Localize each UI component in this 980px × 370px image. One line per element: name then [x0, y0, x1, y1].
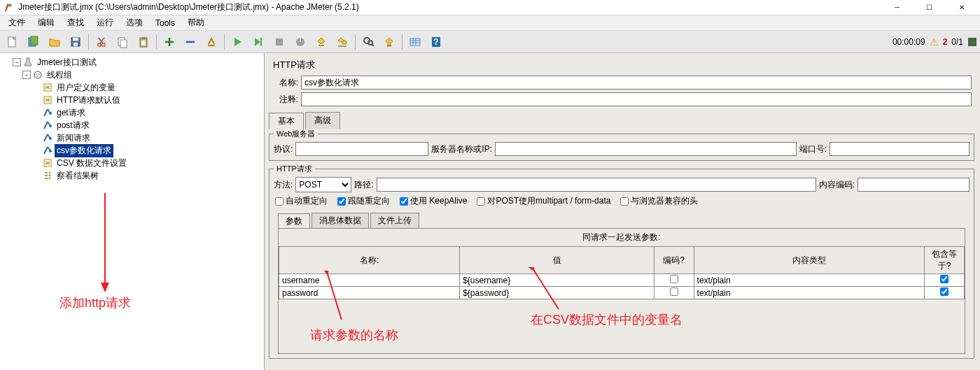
web-server-legend: Web服务器 [274, 129, 318, 139]
tree-item[interactable]: HTTP请求默认值 [55, 94, 122, 107]
templates-button[interactable] [24, 33, 43, 51]
tree-expand-icon[interactable]: − [22, 71, 31, 79]
cell-value[interactable]: ${password} [460, 287, 654, 299]
new-button[interactable] [3, 33, 22, 51]
col-ctype[interactable]: 内容类型 [694, 247, 925, 274]
params-table[interactable]: 名称: 值 编码? 内容类型 包含等于? username${username}… [279, 246, 965, 299]
follow-redirect-checkbox[interactable] [337, 197, 346, 206]
ptab-upload[interactable]: 文件上传 [370, 213, 419, 228]
col-eq[interactable]: 包含等于? [925, 247, 965, 274]
cell-ctype[interactable]: text/plain [694, 274, 925, 287]
maximize-button[interactable]: ☐ [913, 1, 945, 15]
clear-button[interactable] [312, 33, 331, 51]
stop-button[interactable] [270, 33, 289, 51]
annotation-param-name: 请求参数的名称 [310, 327, 398, 343]
clearall-button[interactable] [332, 33, 352, 51]
menu-find[interactable]: 查找 [62, 15, 90, 30]
cell-ctype[interactable]: text/plain [694, 287, 925, 299]
paste-button[interactable] [134, 33, 153, 51]
shutdown-button[interactable] [290, 33, 310, 51]
table-row[interactable]: password${password}text/plain [279, 287, 965, 299]
minimize-button[interactable]: ─ [881, 1, 913, 15]
cell-eq[interactable] [925, 287, 965, 299]
table-row[interactable]: username${username}text/plain [279, 274, 965, 287]
copy-button[interactable] [113, 33, 132, 51]
menu-file[interactable]: 文件 [3, 15, 31, 30]
editor-panel: HTTP请求 名称: 注释: 基本 高级 Web服务器 协议: 服务器名称或IP… [265, 53, 980, 370]
tree-item[interactable]: CSV 数据文件设置 [55, 157, 129, 170]
cell-encode[interactable] [654, 274, 694, 287]
menu-edit[interactable]: 编辑 [32, 15, 60, 30]
encoding-label: 内容编码: [819, 179, 855, 191]
path-input[interactable] [377, 178, 816, 192]
tree-item[interactable]: 察看结果树 [55, 169, 101, 183]
search-button[interactable] [358, 33, 378, 51]
cut-button[interactable] [92, 33, 111, 51]
menu-run[interactable]: 运行 [91, 15, 119, 30]
svg-point-36 [49, 175, 51, 177]
server-input[interactable] [495, 142, 797, 156]
cell-value[interactable]: ${username} [460, 274, 654, 287]
auto-redirect-checkbox[interactable] [275, 197, 284, 206]
param-tabbar: 参数 消息体数据 文件上传 [274, 213, 969, 228]
sampler-comment-input[interactable] [301, 92, 972, 106]
port-label: 端口号: [799, 143, 827, 155]
keepalive-checkbox[interactable] [400, 197, 408, 206]
tree-item[interactable]: 新闻请求 [55, 131, 92, 145]
menu-tools[interactable]: Tools [150, 17, 181, 29]
toggle-button[interactable] [202, 33, 221, 51]
sampler-name-input[interactable] [301, 76, 972, 90]
tree-item[interactable]: 用户定义的变量 [55, 81, 118, 94]
svg-point-37 [49, 178, 51, 180]
reset-search-button[interactable] [379, 33, 399, 51]
encoding-input[interactable] [858, 178, 969, 192]
warning-count: 2 [943, 37, 948, 47]
open-button[interactable] [45, 33, 64, 51]
save-button[interactable] [66, 33, 85, 51]
thread-group-icon [32, 69, 43, 80]
tree-item[interactable]: post请求 [55, 119, 92, 132]
col-value[interactable]: 值 [460, 247, 654, 274]
tree-item[interactable]: csv参数化请求 [55, 144, 113, 157]
annotation-param-value: 在CSV数据文件中的变量名 [531, 311, 682, 328]
multipart-checkbox[interactable] [477, 197, 485, 206]
ptab-params[interactable]: 参数 [278, 213, 310, 229]
menu-options[interactable]: 选项 [120, 15, 148, 30]
help-button[interactable]: ? [426, 33, 446, 51]
ptab-body[interactable]: 消息体数据 [312, 213, 369, 228]
svg-point-30 [49, 112, 52, 115]
thread-indicator-icon [967, 37, 977, 47]
tab-basic[interactable]: 基本 [269, 113, 304, 129]
start-button[interactable] [227, 33, 247, 51]
start-notimers-button[interactable] [248, 33, 268, 51]
collapse-button[interactable] [181, 33, 200, 51]
cell-encode[interactable] [654, 287, 694, 299]
col-name[interactable]: 名称: [279, 247, 460, 274]
close-button[interactable]: ✕ [946, 1, 977, 15]
svg-point-0 [8, 3, 11, 6]
tree-item-icon [42, 94, 53, 106]
warning-icon[interactable]: ⚠ [930, 36, 939, 48]
cell-name[interactable]: username [279, 274, 460, 287]
svg-point-33 [49, 150, 52, 152]
tree-root[interactable]: Jmeter接口测试 [35, 56, 99, 69]
tree-item[interactable]: get请求 [55, 106, 88, 120]
tree-thread-group[interactable]: 线程组 [45, 69, 74, 82]
method-select[interactable]: POST [295, 177, 351, 192]
col-encode[interactable]: 编码? [654, 247, 694, 274]
window-title: Jmeter接口测试.jmx (C:\Users\admin\Desktop\J… [18, 1, 881, 13]
comment-label: 注释: [272, 94, 298, 106]
browser-compat-checkbox[interactable] [620, 197, 629, 206]
protocol-input[interactable] [295, 142, 428, 156]
menu-help[interactable]: 帮助 [182, 15, 210, 30]
expand-button[interactable] [160, 33, 179, 51]
port-input[interactable] [830, 142, 969, 156]
tree-expand-icon[interactable]: − [13, 58, 21, 66]
test-plan-tree[interactable]: − Jmeter接口测试 − 线程组 用户定义的变量HTTP请求默认值get请求… [0, 53, 265, 370]
cell-eq[interactable] [925, 274, 965, 287]
config-tabbar: 基本 高级 [265, 108, 979, 129]
http-request-legend: HTTP请求 [274, 164, 315, 174]
tab-advanced[interactable]: 高级 [305, 112, 340, 129]
function-button[interactable] [405, 33, 425, 51]
cell-name[interactable]: password [279, 287, 460, 299]
